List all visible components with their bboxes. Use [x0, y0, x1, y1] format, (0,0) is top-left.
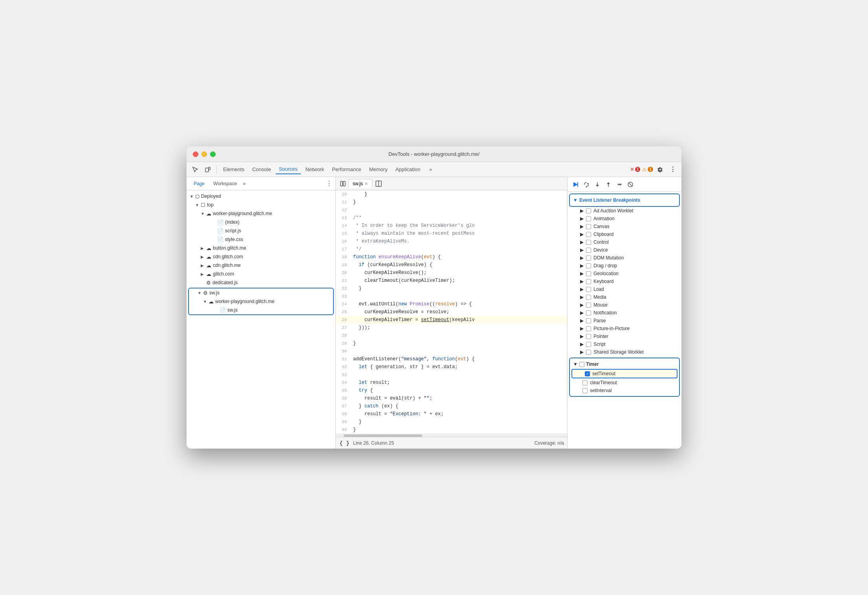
- cb-canvas[interactable]: [586, 224, 591, 229]
- elements-tab[interactable]: Elements: [220, 165, 247, 174]
- maximize-button[interactable]: [210, 151, 216, 157]
- tree-item-cdn-glitch-com[interactable]: ▶ ☁ cdn.glitch.com: [187, 252, 335, 261]
- cb-pip[interactable]: [586, 326, 591, 331]
- step-over-icon[interactable]: [582, 180, 591, 189]
- close-button[interactable]: [193, 151, 198, 157]
- bp-group-shared-storage[interactable]: ▶ Shared Storage Worklet: [568, 348, 681, 356]
- format-btn[interactable]: { }: [339, 438, 350, 449]
- tree-item-button-glitch[interactable]: ▶ ☁ button.glitch.me: [187, 244, 335, 252]
- tree-item-worker-playground-2[interactable]: ▼ ☁ worker-playground.glitch.me: [189, 297, 333, 306]
- bp-group-pointer[interactable]: ▶ Pointer: [568, 332, 681, 340]
- device-toggle-icon[interactable]: [202, 164, 213, 175]
- warn-badge[interactable]: ⚠ 1: [642, 164, 653, 175]
- bp-item-setinterval[interactable]: setInterval: [570, 387, 679, 394]
- cb-keyboard[interactable]: [586, 279, 591, 284]
- memory-tab[interactable]: Memory: [366, 165, 391, 174]
- split-panel-icon[interactable]: [374, 179, 383, 188]
- sources-tab[interactable]: Sources: [276, 164, 301, 174]
- cb-setinterval[interactable]: [582, 388, 588, 393]
- error-badge[interactable]: ✕ 1: [630, 164, 641, 175]
- sw-js-tab[interactable]: sw.js ✕: [348, 179, 372, 188]
- minimize-button[interactable]: [201, 151, 207, 157]
- tree-item-glitch-com[interactable]: ▶ ☁ glitch.com: [187, 270, 335, 278]
- tree-item-worker-playground[interactable]: ▼ ☁ worker-playground.glitch.me: [187, 209, 335, 218]
- network-tab[interactable]: Network: [302, 165, 328, 174]
- tree-item-deployed[interactable]: ▼ ⬡ Deployed: [187, 192, 335, 201]
- tree-item-cdn-glitch-me[interactable]: ▶ ☁ cdn.glitch.me: [187, 261, 335, 270]
- cb-device[interactable]: [586, 248, 591, 253]
- tree-item-scriptjs[interactable]: 📄 script.js: [187, 226, 335, 235]
- cb-parse[interactable]: [586, 318, 591, 323]
- bp-group-animation[interactable]: ▶ Animation: [568, 215, 681, 223]
- cb-pointer[interactable]: [586, 334, 591, 339]
- bp-group-clipboard[interactable]: ▶ Clipboard: [568, 230, 681, 238]
- bp-group-notification[interactable]: ▶ Notification: [568, 309, 681, 317]
- tree-item-stylecss[interactable]: 📄 style.css: [187, 235, 335, 244]
- cb-shared-storage[interactable]: [586, 350, 591, 355]
- cb-settimeout[interactable]: ✓: [585, 371, 590, 376]
- bp-group-device[interactable]: ▶ Device: [568, 246, 681, 254]
- bp-group-pip[interactable]: ▶ Picture-in-Picture: [568, 325, 681, 332]
- bp-group-ad-auction[interactable]: ▶ Ad Auction Worklet: [568, 207, 681, 215]
- page-tab[interactable]: Page: [190, 179, 209, 188]
- cb-notification[interactable]: [586, 310, 591, 316]
- arrow-script: ▶: [580, 341, 584, 347]
- bp-group-drag-drop[interactable]: ▶ Drag / drop: [568, 262, 681, 270]
- tab-close-icon[interactable]: ✕: [364, 181, 368, 186]
- tree-item-swjs-child[interactable]: 📄 sw.js: [189, 306, 333, 314]
- panel-options[interactable]: ⋮: [326, 180, 332, 187]
- tree-item-swjs-parent[interactable]: ▼ ⚙ sw.js: [189, 288, 333, 297]
- workspace-tab[interactable]: Workspace: [209, 179, 241, 188]
- cb-mouse[interactable]: [586, 303, 591, 308]
- tree-item-index[interactable]: 📄 (index): [187, 218, 335, 226]
- cb-media[interactable]: [586, 295, 591, 300]
- code-editor[interactable]: 10 } 11 } 12 13 /*: [336, 190, 567, 434]
- cb-control[interactable]: [586, 240, 591, 245]
- application-tab[interactable]: Application: [392, 165, 424, 174]
- cb-drag-drop[interactable]: [586, 263, 591, 268]
- elb-header[interactable]: ▼ Event Listener Breakpoints: [570, 196, 679, 204]
- arrow-parse: ▶: [580, 318, 584, 323]
- panel-layout-icon[interactable]: [337, 178, 348, 189]
- cb-script[interactable]: [586, 342, 591, 347]
- cloud-icon-2: ☁: [206, 245, 211, 251]
- deactivate-breakpoints-icon[interactable]: [626, 180, 635, 189]
- step-out-icon[interactable]: [604, 180, 613, 189]
- tree-item-dedicatedjs[interactable]: ⚙ dedicated.js: [187, 278, 335, 287]
- horizontal-scrollbar[interactable]: [336, 434, 567, 437]
- cb-timer-group[interactable]: [579, 362, 584, 367]
- settings-icon[interactable]: [655, 164, 666, 175]
- scrollbar-thumb[interactable]: [344, 434, 422, 437]
- bp-group-keyboard[interactable]: ▶ Keyboard: [568, 277, 681, 285]
- bp-group-script[interactable]: ▶ Script: [568, 340, 681, 348]
- performance-tab[interactable]: Performance: [329, 165, 364, 174]
- cb-animation[interactable]: [586, 216, 591, 221]
- resume-icon[interactable]: [571, 180, 580, 189]
- more-tabs-icon[interactable]: »: [425, 164, 436, 175]
- bp-item-settimeout[interactable]: ✓ setTimeout: [571, 369, 678, 378]
- main-toolbar: Elements Console Sources Network Perform…: [187, 162, 681, 177]
- inspect-icon[interactable]: [190, 164, 201, 175]
- bp-group-media[interactable]: ▶ Media: [568, 293, 681, 301]
- timer-header[interactable]: ▼ Timer: [570, 360, 679, 369]
- bp-item-cleartimeout[interactable]: clearTimeout: [570, 379, 679, 387]
- more-tabs-left[interactable]: »: [243, 181, 246, 186]
- cb-load[interactable]: [586, 287, 591, 292]
- step-into-icon[interactable]: [593, 180, 602, 189]
- bp-group-geolocation[interactable]: ▶ Geolocation: [568, 270, 681, 277]
- cb-clipboard[interactable]: [586, 232, 591, 237]
- cb-dom-mutation[interactable]: [586, 256, 591, 261]
- bp-group-mouse[interactable]: ▶ Mouse: [568, 301, 681, 309]
- bp-group-control[interactable]: ▶ Control: [568, 238, 681, 246]
- step-icon[interactable]: [615, 180, 624, 189]
- bp-group-dom-mutation[interactable]: ▶ DOM Mutation: [568, 254, 681, 262]
- tree-item-top[interactable]: ▼ ☐ top: [187, 201, 335, 209]
- cb-geolocation[interactable]: [586, 271, 591, 276]
- more-options-icon[interactable]: ⋮: [667, 164, 678, 175]
- cb-cleartimeout[interactable]: [582, 380, 588, 385]
- bp-group-canvas[interactable]: ▶ Canvas: [568, 223, 681, 230]
- cb-ad-auction[interactable]: [586, 208, 591, 214]
- console-tab[interactable]: Console: [249, 165, 274, 174]
- bp-group-parse[interactable]: ▶ Parse: [568, 317, 681, 325]
- bp-group-load[interactable]: ▶ Load: [568, 285, 681, 293]
